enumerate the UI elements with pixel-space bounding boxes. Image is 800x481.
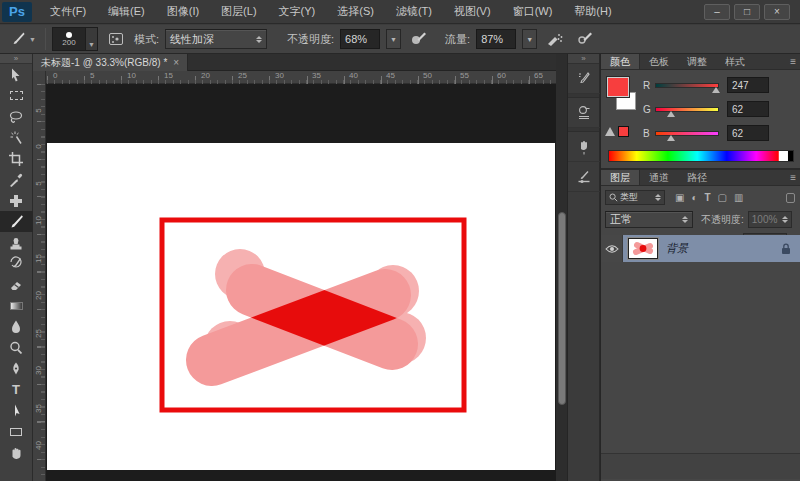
type-filter-icon[interactable]: T <box>705 192 711 203</box>
document-tab[interactable]: 未标题-1 @ 33.3%(RGB/8) * × <box>33 54 188 71</box>
foreground-color-swatch[interactable] <box>607 77 629 97</box>
tool-path-selection[interactable] <box>0 400 33 421</box>
opacity-dropdown-button[interactable]: ▼ <box>386 29 401 49</box>
tool-eraser[interactable] <box>0 274 33 295</box>
red-value-input[interactable]: 247 <box>727 77 769 93</box>
minimize-button[interactable]: – <box>704 4 730 20</box>
tool-rectangle-shape[interactable] <box>0 421 33 442</box>
brush-panel-button[interactable] <box>568 64 600 94</box>
brush-presets-panel-icon <box>575 138 593 156</box>
active-tool-button[interactable]: ▼ <box>6 29 39 49</box>
blend-mode-select[interactable]: 线性加深 <box>165 29 267 49</box>
layer-opacity-input[interactable]: 100% <box>748 211 792 228</box>
dock-expand-icon[interactable]: » <box>568 54 599 64</box>
tool-crop[interactable] <box>0 148 33 169</box>
gamut-warning[interactable] <box>605 126 629 137</box>
tool-move[interactable] <box>0 64 33 85</box>
visibility-cell[interactable] <box>601 235 623 262</box>
pressure-opacity-button[interactable] <box>407 28 431 50</box>
close-button[interactable]: × <box>764 4 790 20</box>
panel-menu-icon[interactable]: ≡ <box>790 172 796 183</box>
menu-window[interactable]: 窗口(W) <box>503 1 563 22</box>
menu-file[interactable]: 文件(F) <box>40 1 96 22</box>
tool-type[interactable]: T <box>0 379 33 400</box>
shape-filter-icon[interactable]: ▢ <box>718 192 727 203</box>
layer-lock-icon <box>781 243 791 255</box>
menu-layer[interactable]: 图层(L) <box>211 1 266 22</box>
layer-name[interactable]: 背景 <box>666 241 688 256</box>
canvas[interactable] <box>47 143 555 470</box>
tool-lasso[interactable] <box>0 106 33 127</box>
layer-thumbnail[interactable] <box>628 238 658 259</box>
menu-type[interactable]: 文字(Y) <box>269 1 326 22</box>
tab-paths[interactable]: 路径 <box>678 170 716 185</box>
pixel-filter-icon[interactable]: ▣ <box>675 192 684 203</box>
green-slider[interactable] <box>655 107 719 112</box>
tool-magic-wand[interactable] <box>0 127 33 148</box>
close-tab-icon[interactable]: × <box>173 57 179 68</box>
green-slider-thumb[interactable] <box>667 111 675 117</box>
tab-styles[interactable]: 样式 <box>716 54 754 69</box>
blend-mode-value: 线性加深 <box>170 32 214 47</box>
tool-presets-panel-button[interactable] <box>568 162 600 192</box>
tool-healing-brush[interactable] <box>0 190 33 211</box>
tool-hand[interactable] <box>0 442 33 463</box>
tool-rectangular-marquee[interactable] <box>0 85 33 106</box>
toggle-brush-panel-button[interactable] <box>104 28 128 50</box>
ruler-tick-label: 0 <box>53 71 57 80</box>
tool-dodge[interactable] <box>0 337 33 358</box>
ruler-tick-label: 65 <box>534 71 543 80</box>
ruler-corner <box>33 71 46 84</box>
separator <box>45 28 46 50</box>
blue-value-input[interactable]: 62 <box>727 125 769 141</box>
vertical-scrollbar[interactable] <box>556 54 568 481</box>
tab-swatches[interactable]: 色板 <box>640 54 678 69</box>
opacity-input[interactable]: 68% <box>340 29 380 49</box>
tab-layers[interactable]: 图层 <box>601 170 640 185</box>
updown-arrows-icon <box>782 216 788 223</box>
tab-color[interactable]: 颜色 <box>601 54 640 69</box>
tool-brush[interactable] <box>0 211 33 232</box>
background-layer-row[interactable]: 背景 <box>601 235 800 262</box>
tool-gradient[interactable] <box>0 295 33 316</box>
blue-slider[interactable] <box>655 131 719 136</box>
green-value-input[interactable]: 62 <box>727 101 769 117</box>
color-spectrum-ramp[interactable] <box>608 150 794 162</box>
pressure-size-button[interactable] <box>573 28 597 50</box>
tool-history-brush[interactable] <box>0 253 33 274</box>
clone-source-panel-button[interactable] <box>568 98 600 128</box>
menu-filter[interactable]: 滤镜(T) <box>386 1 442 22</box>
ruler-tick-label: 25 <box>34 329 43 339</box>
menu-edit[interactable]: 编辑(E) <box>98 1 155 22</box>
tool-blur[interactable] <box>0 316 33 337</box>
menu-select[interactable]: 选择(S) <box>327 1 384 22</box>
tool-clone-stamp[interactable] <box>0 232 33 253</box>
brush-presets-panel-button[interactable] <box>568 132 600 162</box>
flow-value: 87% <box>481 33 503 45</box>
maximize-button[interactable]: □ <box>734 4 760 20</box>
blue-slider-thumb[interactable] <box>667 135 675 141</box>
tool-eyedropper[interactable] <box>0 169 33 190</box>
ruler-tick-label: 60 <box>497 71 506 80</box>
scrollbar-thumb[interactable] <box>558 212 566 405</box>
adjustment-filter-icon[interactable]: ◐ <box>691 192 697 203</box>
layer-blend-mode-select[interactable]: 正常 <box>605 211 693 228</box>
panel-menu-icon[interactable]: ≡ <box>790 56 796 67</box>
red-slider[interactable] <box>655 83 719 88</box>
menu-image[interactable]: 图像(I) <box>157 1 209 22</box>
toolbox-collapse-icon[interactable]: » <box>0 54 32 64</box>
flow-input[interactable]: 87% <box>476 29 516 49</box>
flow-dropdown-button[interactable]: ▼ <box>522 29 537 49</box>
filter-toggle-icon[interactable] <box>786 193 795 203</box>
tab-adjustments[interactable]: 调整 <box>678 54 716 69</box>
smart-object-filter-icon[interactable]: ▥ <box>734 192 743 203</box>
tool-pen[interactable] <box>0 358 33 379</box>
menu-view[interactable]: 视图(V) <box>444 1 501 22</box>
brush-preset-picker[interactable]: 200 ▼ <box>52 27 98 51</box>
layer-filter-select[interactable]: 类型 <box>605 190 665 205</box>
chevron-down-icon: ▼ <box>86 27 98 51</box>
airbrush-button[interactable] <box>543 28 567 50</box>
red-slider-thumb[interactable] <box>712 87 720 93</box>
tab-channels[interactable]: 通道 <box>640 170 678 185</box>
menu-help[interactable]: 帮助(H) <box>564 1 621 22</box>
